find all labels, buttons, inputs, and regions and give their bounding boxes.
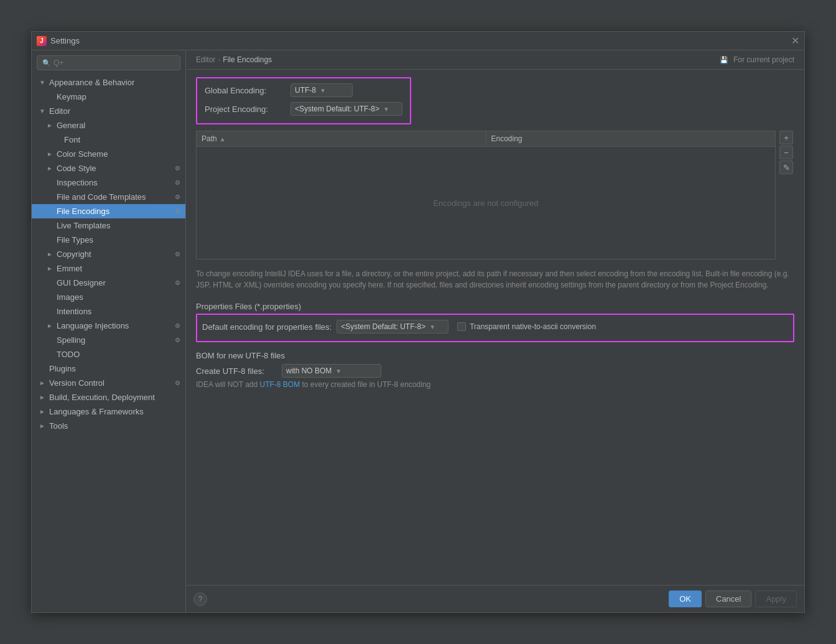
search-input[interactable] xyxy=(53,58,175,67)
sidebar-item-label: GUI Designer xyxy=(57,278,106,287)
sidebar-item-label: Live Templates xyxy=(57,221,110,230)
bottom-bar: ? OK Cancel Apply xyxy=(186,585,804,612)
sidebar-item-label: Appearance & Behavior xyxy=(49,78,134,87)
app-icon: J xyxy=(37,36,47,46)
dropdown-arrow: ▼ xyxy=(429,324,435,330)
create-utf8-dropdown[interactable]: with NO BOM ▼ xyxy=(282,364,381,378)
settings-window: J Settings ✕ 🔍 Appearance & Behavior Key… xyxy=(31,31,805,613)
help-button[interactable]: ? xyxy=(193,592,207,606)
sidebar-item-file-code-templates[interactable]: File and Code Templates xyxy=(32,190,185,204)
table-col-encoding: Encoding xyxy=(486,131,776,146)
breadcrumb-current: File Encodings xyxy=(223,55,272,64)
expand-arrow-tools xyxy=(39,422,47,429)
remove-encoding-button[interactable]: − xyxy=(779,146,793,159)
table-header: Path ▲ Encoding xyxy=(197,131,775,147)
sidebar-item-label: Code Style xyxy=(57,164,96,173)
breadcrumb-sep: › xyxy=(218,55,220,64)
sidebar-item-font[interactable]: Font xyxy=(32,133,185,147)
sidebar-item-live-templates[interactable]: Live Templates xyxy=(32,218,185,233)
global-encoding-dropdown[interactable]: UTF-8 ▼ xyxy=(290,83,353,97)
sidebar-item-label: Copyright xyxy=(57,250,91,259)
sidebar-item-general[interactable]: General xyxy=(32,118,185,133)
encoding-table: Path ▲ Encoding Encodings are not config… xyxy=(196,131,776,259)
ok-button[interactable]: OK xyxy=(669,590,702,607)
sidebar-item-copyright[interactable]: Copyright xyxy=(32,247,185,261)
expand-arrow-emmet xyxy=(47,265,54,272)
sidebar-item-file-types[interactable]: File Types xyxy=(32,233,185,247)
sidebar-item-label: File Encodings xyxy=(57,207,109,216)
sidebar-item-tools[interactable]: Tools xyxy=(32,419,185,433)
create-utf8-label: Create UTF-8 files: xyxy=(196,366,277,376)
sidebar-item-keymap[interactable]: Keymap xyxy=(32,90,185,104)
sidebar-item-version-control[interactable]: Version Control xyxy=(32,376,185,390)
action-buttons: OK Cancel Apply xyxy=(669,590,797,607)
sidebar-item-spelling[interactable]: Spelling xyxy=(32,333,185,347)
sidebar-item-label: Version Control xyxy=(49,378,104,388)
props-section-box: Default encoding for properties files: <… xyxy=(196,314,794,342)
sidebar-item-code-style[interactable]: Code Style xyxy=(32,161,185,175)
default-encoding-dropdown[interactable]: <System Default: UTF-8> ▼ xyxy=(337,320,448,334)
sidebar-item-language-injections[interactable]: Language Injections xyxy=(32,319,185,333)
project-encoding-dropdown[interactable]: <System Default: UTF-8> ▼ xyxy=(290,102,402,116)
create-utf8-row: Create UTF-8 files: with NO BOM ▼ xyxy=(196,364,794,378)
main-panel: Editor › File Encodings 💾 For current pr… xyxy=(186,50,804,612)
sidebar-item-label: Languages & Frameworks xyxy=(49,407,144,416)
sidebar-item-file-encodings[interactable]: File Encodings xyxy=(32,204,185,218)
window-title: Settings xyxy=(50,36,80,45)
sidebar-item-label: File and Code Templates xyxy=(57,192,146,202)
expand-arrow-general xyxy=(47,122,54,129)
sidebar-item-label: Emmet xyxy=(57,264,82,273)
title-bar: J Settings ✕ xyxy=(32,32,804,50)
bom-section-title: BOM for new UTF-8 files xyxy=(196,351,794,360)
default-encoding-value: <System Default: UTF-8> xyxy=(341,322,425,331)
sidebar-item-label: Keymap xyxy=(57,92,86,101)
close-button[interactable]: ✕ xyxy=(791,37,799,45)
bom-section: BOM for new UTF-8 files Create UTF-8 fil… xyxy=(196,351,794,389)
apply-button[interactable]: Apply xyxy=(755,590,797,607)
breadcrumb-parent: Editor xyxy=(196,55,215,64)
properties-section-title: Properties Files (*.properties) xyxy=(196,302,794,311)
cancel-button[interactable]: Cancel xyxy=(705,590,751,607)
dropdown-arrow: ▼ xyxy=(335,368,341,375)
sidebar: 🔍 Appearance & Behavior Keymap Editor Ge… xyxy=(32,50,186,612)
edit-encoding-button[interactable]: ✎ xyxy=(779,161,793,174)
sidebar-item-color-scheme[interactable]: Color Scheme xyxy=(32,147,185,161)
bom-note-suffix: to every created file in UTF-8 encoding xyxy=(300,380,430,389)
col-encoding-label: Encoding xyxy=(491,134,522,143)
project-encoding-label: Project Encoding: xyxy=(205,105,286,114)
sidebar-item-images[interactable]: Images xyxy=(32,290,185,304)
transparent-checkbox-row: Transparent native-to-ascii conversion xyxy=(457,322,596,331)
sidebar-item-editor[interactable]: Editor xyxy=(32,104,185,118)
breadcrumb: Editor › File Encodings 💾 For current pr… xyxy=(186,50,804,70)
expand-arrow-code-style xyxy=(47,165,54,172)
sidebar-item-todo[interactable]: TODO xyxy=(32,347,185,362)
empty-message: Encodings are not configured xyxy=(433,198,538,208)
sidebar-item-label: Images xyxy=(57,292,83,302)
description-text: To change encoding IntelliJ IDEA uses fo… xyxy=(196,268,794,291)
sidebar-item-languages-frameworks[interactable]: Languages & Frameworks xyxy=(32,404,185,419)
sidebar-item-emmet[interactable]: Emmet xyxy=(32,261,185,276)
title-bar-left: J Settings xyxy=(37,36,80,46)
add-encoding-button[interactable]: + xyxy=(779,131,793,144)
col-path-label: Path xyxy=(202,134,217,143)
sidebar-item-label: Editor xyxy=(49,106,70,116)
expand-arrow-copyright xyxy=(47,251,54,258)
global-encoding-row: Global Encoding: UTF-8 ▼ xyxy=(205,83,402,97)
sidebar-item-label: Color Scheme xyxy=(57,149,108,159)
sidebar-item-plugins[interactable]: Plugins xyxy=(32,362,185,376)
panel-content: Global Encoding: UTF-8 ▼ Project Encodin… xyxy=(186,70,804,585)
bom-link[interactable]: UTF-8 BOM xyxy=(259,380,300,389)
sidebar-item-appearance[interactable]: Appearance & Behavior xyxy=(32,75,185,90)
expand-arrow-languages-frameworks xyxy=(39,408,47,415)
project-encoding-row: Project Encoding: <System Default: UTF-8… xyxy=(205,102,402,116)
sidebar-item-inspections[interactable]: Inspections xyxy=(32,175,185,190)
search-box[interactable]: 🔍 xyxy=(37,55,180,70)
bom-note-prefix: IDEA will NOT add xyxy=(196,380,259,389)
expand-arrow-editor xyxy=(39,108,47,114)
transparent-checkbox[interactable] xyxy=(457,322,466,331)
sidebar-item-build-exec-deploy[interactable]: Build, Execution, Deployment xyxy=(32,390,185,404)
global-encoding-label: Global Encoding: xyxy=(205,86,286,95)
sidebar-item-gui-designer[interactable]: GUI Designer xyxy=(32,276,185,290)
sidebar-item-label: Font xyxy=(64,135,80,144)
sidebar-item-intentions[interactable]: Intentions xyxy=(32,304,185,319)
